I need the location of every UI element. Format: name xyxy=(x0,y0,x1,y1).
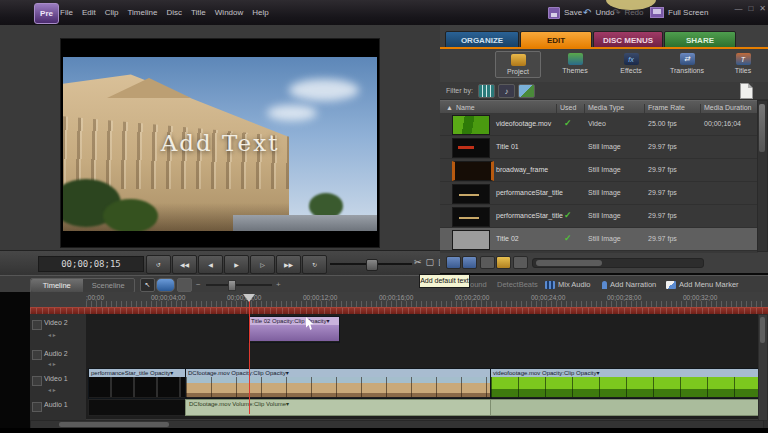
scrollbar-handle[interactable] xyxy=(759,104,765,152)
undo-button[interactable]: ↶ Undo xyxy=(583,0,615,25)
menu-window[interactable]: Window xyxy=(215,8,243,17)
maximize-button[interactable]: □ xyxy=(748,4,753,13)
table-row[interactable]: broadway_frame Still Image 29.97 fps xyxy=(440,159,758,182)
detect-beats-button[interactable]: DetectBeats xyxy=(497,280,538,289)
add-menu-marker-button[interactable]: Add Menu Marker xyxy=(666,280,739,289)
table-row-selected[interactable]: Title 02 ✓ Still Image 29.97 fps xyxy=(440,228,758,251)
title-overlay-text[interactable]: Add Text xyxy=(63,130,377,156)
time-ruler[interactable]: ;00;00 00;00;04;00 00;00;08;00 00;00;12;… xyxy=(0,292,768,307)
play-button[interactable]: ▶ xyxy=(224,255,249,274)
loop-button[interactable]: ↻ xyxy=(302,255,327,274)
column-used[interactable]: Used xyxy=(560,104,576,111)
ruler-tick: ;00;00 xyxy=(86,294,104,301)
shuttle-slider[interactable] xyxy=(330,255,412,272)
menu-clip[interactable]: Clip xyxy=(105,8,119,17)
full-screen-button[interactable]: Full Screen xyxy=(650,0,708,25)
track-toggle-icon[interactable] xyxy=(32,320,42,330)
clip-videofootage-video[interactable]: videofootage.mov Opacity:Clip Opacity▾ xyxy=(490,368,764,399)
subtab-effects[interactable]: fx Effects xyxy=(609,51,653,78)
grid-view-button[interactable] xyxy=(480,256,495,269)
table-row[interactable]: performanceStar_title Still Image 29.97 … xyxy=(440,182,758,205)
icon-view-button[interactable] xyxy=(446,256,461,269)
menu-edit[interactable]: Edit xyxy=(82,8,96,17)
track-expander[interactable]: ◂ ▸ xyxy=(48,331,56,338)
column-media-duration[interactable]: Media Duration xyxy=(704,104,751,111)
minimize-button[interactable]: — xyxy=(734,4,742,13)
close-button[interactable]: ✕ xyxy=(759,4,766,13)
media-list-scrollbar[interactable] xyxy=(757,100,768,252)
mix-audio-button[interactable]: Mix Audio xyxy=(545,280,591,289)
zoom-slider-handle[interactable] xyxy=(228,280,236,291)
timeline-view-button[interactable]: Timeline xyxy=(31,279,83,292)
sceneline-view-button[interactable]: Sceneline xyxy=(83,279,135,292)
track-expander[interactable]: ◂ ▸ xyxy=(48,360,56,367)
menu-title[interactable]: Title xyxy=(191,8,206,17)
redo-button[interactable]: ↷ Redo xyxy=(612,0,644,25)
delete-icon[interactable] xyxy=(513,256,528,269)
shuttle-knob[interactable] xyxy=(366,259,378,271)
go-to-start-button[interactable]: ↺ xyxy=(146,255,171,274)
current-time-indicator[interactable] xyxy=(243,294,255,302)
step-back-button[interactable]: ◀ xyxy=(198,255,223,274)
save-button[interactable]: Save xyxy=(548,0,582,25)
filter-image-icon[interactable] xyxy=(518,84,535,98)
rewind-button[interactable]: ◀◀ xyxy=(172,255,197,274)
freeze-frame-icon[interactable]: ▢ xyxy=(426,257,435,267)
list-view-button[interactable] xyxy=(462,256,477,269)
track-expander[interactable]: ◂ ▸ xyxy=(48,386,56,393)
table-row[interactable]: videofootage.mov ✓ Video 25.00 fps 00;00… xyxy=(440,113,758,136)
subtab-transitions[interactable]: ⇄ Transitions xyxy=(665,51,709,78)
step-forward-button[interactable]: ▷ xyxy=(250,255,275,274)
ruler-tick: 00;00;28;00 xyxy=(607,294,641,301)
playhead-line[interactable] xyxy=(249,300,250,414)
clip-dcfootage-video[interactable]: DCfootage.mov Opacity:Clip Opacity▾ xyxy=(185,368,492,399)
filter-video-icon[interactable] xyxy=(478,84,495,98)
track-toggle-icon[interactable] xyxy=(32,350,42,360)
subtab-themes[interactable]: Themes xyxy=(553,51,597,78)
track-toggle-icon[interactable] xyxy=(32,402,42,412)
subtab-titles[interactable]: T Titles xyxy=(721,51,765,78)
clip-dcfootage-audio[interactable]: DCfootage.mov Volume:Clip Volume▾ xyxy=(185,399,492,416)
clip-performancestar-title[interactable]: performanceStar_title Opacity▾ xyxy=(88,368,187,399)
filter-audio-icon[interactable]: ♪ xyxy=(498,84,515,98)
menu-file[interactable]: File xyxy=(60,8,73,17)
media-list-hscrollbar[interactable] xyxy=(532,258,704,268)
subtab-project[interactable]: Project xyxy=(495,51,541,78)
split-clip-icon[interactable]: ✂ xyxy=(414,257,422,267)
sort-icon[interactable]: ▲ xyxy=(446,104,453,111)
zoom-out-icon[interactable]: − xyxy=(196,280,201,289)
zoom-slider-track[interactable] xyxy=(206,284,272,286)
zoom-in-icon[interactable]: + xyxy=(276,280,281,289)
timeline-vscrollbar[interactable] xyxy=(758,314,768,421)
clip-label: Title 02 Opacity:Clip Opacity▾ xyxy=(249,317,339,325)
menu-disc[interactable]: Disc xyxy=(166,8,182,17)
track-toggle-icon[interactable] xyxy=(32,376,42,386)
scrollbar-handle[interactable] xyxy=(760,317,765,343)
column-frame-rate[interactable]: Frame Rate xyxy=(648,104,685,111)
edit-subtabs: Project Themes fx Effects ⇄ Transitions … xyxy=(495,51,765,78)
tree xyxy=(103,199,158,231)
project-panel-footer xyxy=(440,253,768,273)
column-name[interactable]: Name xyxy=(456,104,475,111)
properties-tool[interactable] xyxy=(177,278,192,292)
building-pediment xyxy=(107,78,191,98)
timecode-display[interactable]: 00;00;08;15 xyxy=(38,256,144,272)
video-preview[interactable]: Add Text xyxy=(60,38,380,248)
new-item-icon[interactable] xyxy=(740,83,753,99)
menu-help[interactable]: Help xyxy=(252,8,268,17)
smart-trim-tool[interactable] xyxy=(156,278,175,292)
table-row[interactable]: Title 01 Still Image 29.97 fps xyxy=(440,136,758,159)
filter-row: Filter by: ♪ xyxy=(440,82,768,100)
column-media-type[interactable]: Media Type xyxy=(588,104,624,111)
menu-timeline[interactable]: Timeline xyxy=(127,8,157,17)
new-folder-icon[interactable] xyxy=(496,256,511,269)
track-label-audio2: Audio 2 xyxy=(44,350,68,357)
clip-videofootage-audio[interactable] xyxy=(490,399,764,416)
clip-title02[interactable]: Title 02 Opacity:Clip Opacity▾ xyxy=(248,316,340,343)
scrollbar-handle[interactable] xyxy=(536,260,602,266)
selection-tool[interactable]: ↖ xyxy=(140,278,155,292)
add-narration-button[interactable]: Add Narration xyxy=(602,280,656,289)
fast-forward-button[interactable]: ▶▶ xyxy=(276,255,301,274)
scrollbar-handle[interactable] xyxy=(59,422,169,427)
table-row[interactable]: performanceStar_title ✓ Still Image 29.9… xyxy=(440,205,758,228)
